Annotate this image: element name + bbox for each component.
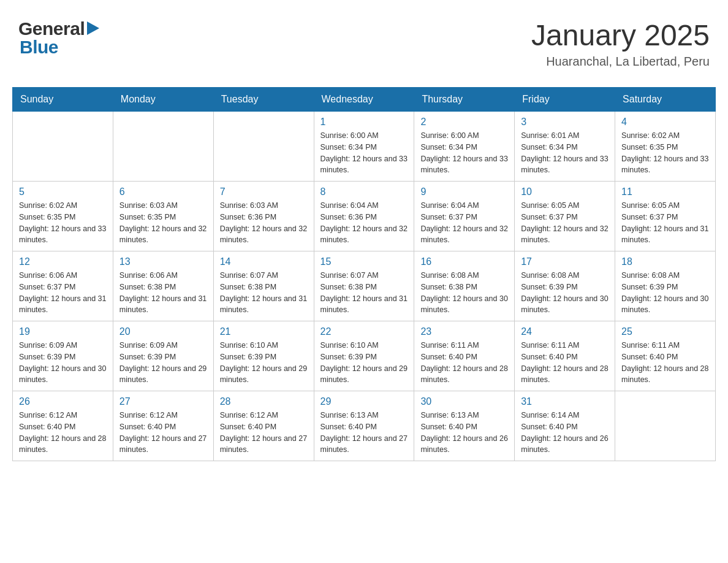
cell-date-number: 2 bbox=[420, 117, 508, 128]
calendar-cell: 12Sunrise: 6:06 AM Sunset: 6:37 PM Dayli… bbox=[13, 251, 113, 321]
calendar-cell: 7Sunrise: 6:03 AM Sunset: 6:36 PM Daylig… bbox=[213, 182, 314, 251]
cell-date-number: 23 bbox=[420, 326, 508, 337]
cell-sun-info: Sunrise: 6:07 AM Sunset: 6:38 PM Dayligh… bbox=[220, 270, 308, 316]
cell-date-number: 5 bbox=[19, 186, 107, 197]
calendar-week-row: 5Sunrise: 6:02 AM Sunset: 6:35 PM Daylig… bbox=[13, 182, 716, 251]
cell-date-number: 18 bbox=[621, 256, 709, 267]
cell-sun-info: Sunrise: 6:10 AM Sunset: 6:39 PM Dayligh… bbox=[220, 340, 308, 386]
cell-sun-info: Sunrise: 6:06 AM Sunset: 6:38 PM Dayligh… bbox=[119, 270, 207, 316]
title-section: January 2025 Huaranchal, La Libertad, Pe… bbox=[531, 18, 710, 69]
calendar-cell: 8Sunrise: 6:04 AM Sunset: 6:36 PM Daylig… bbox=[314, 182, 414, 251]
cell-date-number: 30 bbox=[420, 396, 508, 407]
calendar-cell: 13Sunrise: 6:06 AM Sunset: 6:38 PM Dayli… bbox=[113, 251, 213, 321]
calendar-cell: 25Sunrise: 6:11 AM Sunset: 6:40 PM Dayli… bbox=[615, 321, 716, 391]
day-header-monday: Monday bbox=[113, 88, 213, 112]
logo-triangle-icon bbox=[87, 21, 99, 37]
cell-sun-info: Sunrise: 6:02 AM Sunset: 6:35 PM Dayligh… bbox=[621, 130, 709, 176]
cell-date-number: 15 bbox=[320, 256, 408, 267]
day-header-wednesday: Wednesday bbox=[314, 88, 414, 112]
cell-sun-info: Sunrise: 6:12 AM Sunset: 6:40 PM Dayligh… bbox=[19, 410, 107, 456]
calendar-cell: 27Sunrise: 6:12 AM Sunset: 6:40 PM Dayli… bbox=[113, 391, 213, 461]
cell-sun-info: Sunrise: 6:11 AM Sunset: 6:40 PM Dayligh… bbox=[521, 340, 609, 386]
cell-sun-info: Sunrise: 6:03 AM Sunset: 6:35 PM Dayligh… bbox=[119, 200, 207, 246]
day-header-tuesday: Tuesday bbox=[213, 88, 314, 112]
cell-date-number: 12 bbox=[19, 256, 107, 267]
calendar-cell: 31Sunrise: 6:14 AM Sunset: 6:40 PM Dayli… bbox=[515, 391, 615, 461]
calendar-cell: 11Sunrise: 6:05 AM Sunset: 6:37 PM Dayli… bbox=[615, 182, 716, 251]
calendar-cell: 3Sunrise: 6:01 AM Sunset: 6:34 PM Daylig… bbox=[515, 112, 615, 182]
cell-sun-info: Sunrise: 6:04 AM Sunset: 6:37 PM Dayligh… bbox=[420, 200, 508, 246]
cell-date-number: 21 bbox=[220, 326, 308, 337]
svg-marker-0 bbox=[87, 21, 99, 35]
calendar-cell: 5Sunrise: 6:02 AM Sunset: 6:35 PM Daylig… bbox=[13, 182, 113, 251]
cell-sun-info: Sunrise: 6:04 AM Sunset: 6:36 PM Dayligh… bbox=[320, 200, 408, 246]
calendar-cell bbox=[615, 391, 716, 461]
cell-date-number: 10 bbox=[521, 186, 609, 197]
cell-sun-info: Sunrise: 6:13 AM Sunset: 6:40 PM Dayligh… bbox=[420, 410, 508, 456]
day-header-saturday: Saturday bbox=[615, 88, 716, 112]
cell-date-number: 16 bbox=[420, 256, 508, 267]
cell-date-number: 1 bbox=[320, 117, 408, 128]
calendar-cell: 1Sunrise: 6:00 AM Sunset: 6:34 PM Daylig… bbox=[314, 112, 414, 182]
cell-date-number: 8 bbox=[320, 186, 408, 197]
cell-sun-info: Sunrise: 6:08 AM Sunset: 6:39 PM Dayligh… bbox=[621, 270, 709, 316]
cell-sun-info: Sunrise: 6:09 AM Sunset: 6:39 PM Dayligh… bbox=[119, 340, 207, 386]
calendar-cell: 19Sunrise: 6:09 AM Sunset: 6:39 PM Dayli… bbox=[13, 321, 113, 391]
calendar-cell: 17Sunrise: 6:08 AM Sunset: 6:39 PM Dayli… bbox=[515, 251, 615, 321]
cell-sun-info: Sunrise: 6:13 AM Sunset: 6:40 PM Dayligh… bbox=[320, 410, 408, 456]
calendar-table: SundayMondayTuesdayWednesdayThursdayFrid… bbox=[12, 87, 716, 461]
calendar-cell: 30Sunrise: 6:13 AM Sunset: 6:40 PM Dayli… bbox=[414, 391, 515, 461]
calendar-cell: 28Sunrise: 6:12 AM Sunset: 6:40 PM Dayli… bbox=[213, 391, 314, 461]
calendar-cell: 9Sunrise: 6:04 AM Sunset: 6:37 PM Daylig… bbox=[414, 182, 515, 251]
calendar-cell: 20Sunrise: 6:09 AM Sunset: 6:39 PM Dayli… bbox=[113, 321, 213, 391]
logo-general-text: General bbox=[18, 18, 85, 39]
calendar-cell: 6Sunrise: 6:03 AM Sunset: 6:35 PM Daylig… bbox=[113, 182, 213, 251]
calendar-cell: 2Sunrise: 6:00 AM Sunset: 6:34 PM Daylig… bbox=[414, 112, 515, 182]
logo: General Blue bbox=[18, 18, 99, 58]
cell-date-number: 3 bbox=[521, 117, 609, 128]
cell-sun-info: Sunrise: 6:06 AM Sunset: 6:37 PM Dayligh… bbox=[19, 270, 107, 316]
calendar-cell bbox=[13, 112, 113, 182]
cell-sun-info: Sunrise: 6:07 AM Sunset: 6:38 PM Dayligh… bbox=[320, 270, 408, 316]
cell-sun-info: Sunrise: 6:12 AM Sunset: 6:40 PM Dayligh… bbox=[119, 410, 207, 456]
cell-sun-info: Sunrise: 6:05 AM Sunset: 6:37 PM Dayligh… bbox=[621, 200, 709, 246]
cell-date-number: 19 bbox=[19, 326, 107, 337]
cell-date-number: 14 bbox=[220, 256, 308, 267]
calendar-cell: 24Sunrise: 6:11 AM Sunset: 6:40 PM Dayli… bbox=[515, 321, 615, 391]
calendar-cell: 23Sunrise: 6:11 AM Sunset: 6:40 PM Dayli… bbox=[414, 321, 515, 391]
page-header: General Blue January 2025 Huaranchal, La… bbox=[12, 12, 716, 75]
cell-date-number: 7 bbox=[220, 186, 308, 197]
cell-date-number: 28 bbox=[220, 396, 308, 407]
cell-date-number: 17 bbox=[521, 256, 609, 267]
cell-sun-info: Sunrise: 6:09 AM Sunset: 6:39 PM Dayligh… bbox=[19, 340, 107, 386]
cell-sun-info: Sunrise: 6:02 AM Sunset: 6:35 PM Dayligh… bbox=[19, 200, 107, 246]
cell-sun-info: Sunrise: 6:11 AM Sunset: 6:40 PM Dayligh… bbox=[420, 340, 508, 386]
calendar-week-row: 1Sunrise: 6:00 AM Sunset: 6:34 PM Daylig… bbox=[13, 112, 716, 182]
main-title: January 2025 bbox=[531, 18, 710, 52]
cell-sun-info: Sunrise: 6:08 AM Sunset: 6:39 PM Dayligh… bbox=[521, 270, 609, 316]
cell-sun-info: Sunrise: 6:01 AM Sunset: 6:34 PM Dayligh… bbox=[521, 130, 609, 176]
logo-blue-text: Blue bbox=[20, 37, 58, 58]
calendar-cell: 15Sunrise: 6:07 AM Sunset: 6:38 PM Dayli… bbox=[314, 251, 414, 321]
cell-sun-info: Sunrise: 6:11 AM Sunset: 6:40 PM Dayligh… bbox=[621, 340, 709, 386]
calendar-cell: 22Sunrise: 6:10 AM Sunset: 6:39 PM Dayli… bbox=[314, 321, 414, 391]
calendar-header-row: SundayMondayTuesdayWednesdayThursdayFrid… bbox=[13, 88, 716, 112]
cell-sun-info: Sunrise: 6:08 AM Sunset: 6:38 PM Dayligh… bbox=[420, 270, 508, 316]
cell-sun-info: Sunrise: 6:00 AM Sunset: 6:34 PM Dayligh… bbox=[320, 130, 408, 176]
calendar-cell bbox=[213, 112, 314, 182]
calendar-cell: 16Sunrise: 6:08 AM Sunset: 6:38 PM Dayli… bbox=[414, 251, 515, 321]
cell-date-number: 9 bbox=[420, 186, 508, 197]
cell-date-number: 29 bbox=[320, 396, 408, 407]
calendar-week-row: 26Sunrise: 6:12 AM Sunset: 6:40 PM Dayli… bbox=[13, 391, 716, 461]
calendar-cell: 29Sunrise: 6:13 AM Sunset: 6:40 PM Dayli… bbox=[314, 391, 414, 461]
cell-date-number: 4 bbox=[621, 117, 709, 128]
cell-sun-info: Sunrise: 6:10 AM Sunset: 6:39 PM Dayligh… bbox=[320, 340, 408, 386]
calendar-cell: 21Sunrise: 6:10 AM Sunset: 6:39 PM Dayli… bbox=[213, 321, 314, 391]
calendar-cell: 4Sunrise: 6:02 AM Sunset: 6:35 PM Daylig… bbox=[615, 112, 716, 182]
cell-sun-info: Sunrise: 6:14 AM Sunset: 6:40 PM Dayligh… bbox=[521, 410, 609, 456]
calendar-week-row: 12Sunrise: 6:06 AM Sunset: 6:37 PM Dayli… bbox=[13, 251, 716, 321]
cell-date-number: 24 bbox=[521, 326, 609, 337]
cell-date-number: 20 bbox=[119, 326, 207, 337]
cell-date-number: 26 bbox=[19, 396, 107, 407]
calendar-cell: 26Sunrise: 6:12 AM Sunset: 6:40 PM Dayli… bbox=[13, 391, 113, 461]
